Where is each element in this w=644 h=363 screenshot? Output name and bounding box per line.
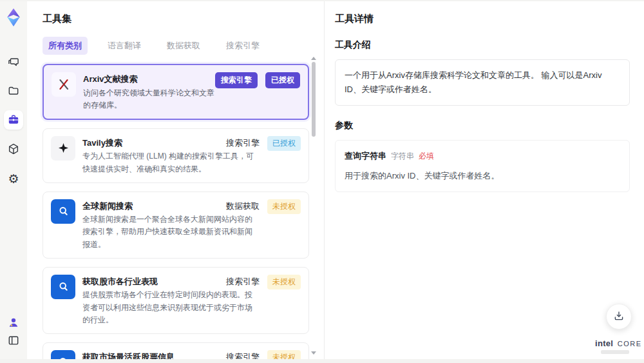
- gear-icon: ⚙: [8, 173, 19, 185]
- package-icon: [7, 142, 20, 155]
- nav-chat[interactable]: [4, 52, 23, 72]
- tool-auth-badge: 已授权: [265, 72, 300, 88]
- nav-settings[interactable]: ⚙: [4, 169, 23, 188]
- tool-auth-badge: 已授权: [267, 136, 301, 151]
- tab-0[interactable]: 所有类别: [43, 37, 88, 55]
- download-button[interactable]: [606, 304, 632, 329]
- nav-files[interactable]: [4, 81, 23, 101]
- tool-description: 访问各个研究领域大量科学论文和文章的存储库。: [83, 87, 216, 112]
- parameter-name: 查询字符串: [345, 149, 386, 163]
- tool-auth-badge: 未授权: [267, 275, 301, 289]
- parameter-required-badge: 必填: [419, 150, 434, 162]
- list-scrollbar[interactable]: [311, 57, 316, 355]
- nav-tools[interactable]: [4, 110, 23, 130]
- news-icon: [51, 275, 75, 299]
- tool-description: 专为人工智能代理 (LLM) 构建的搜索引擎工具，可快速提供实时、准确和真实的结…: [82, 150, 255, 175]
- window-bottom-edge: [0, 359, 644, 363]
- intro-heading: 工具介绍: [335, 39, 630, 51]
- toolbox-icon: [7, 113, 20, 126]
- intro-text: 一个用于从Arxiv存储库搜索科学论文和文章的工具。 输入可以是Arxiv ID…: [345, 70, 601, 94]
- tab-3[interactable]: 搜索引擎: [220, 37, 265, 55]
- category-tabs: 所有类别语言翻译数据获取搜索引擎: [43, 37, 324, 55]
- arxiv-icon: [52, 72, 76, 97]
- tool-category-badge: 搜索引擎: [226, 137, 260, 149]
- parameter-description: 用于搜索的Arxiv ID、关键字或作者姓名。: [345, 169, 620, 183]
- parameter-box: 查询字符串 字符串 必填 用于搜索的Arxiv ID、关键字或作者姓名。: [335, 140, 630, 192]
- tab-1[interactable]: 语言翻译: [102, 37, 147, 55]
- tool-auth-badge: 未授权: [267, 199, 301, 214]
- panel-layout-icon: [7, 334, 20, 347]
- tool-name: Arxiv文献搜索: [83, 73, 216, 86]
- folder-icon: [7, 84, 20, 97]
- tool-category-badge: 数据获取: [226, 201, 260, 212]
- tool-card-0[interactable]: Arxiv文献搜索 访问各个研究领域大量科学论文和文章的存储库。 搜索引擎 已授…: [43, 64, 309, 120]
- tool-card-list: Arxiv文献搜索 访问各个研究领域大量科学论文和文章的存储库。 搜索引擎 已授…: [43, 64, 309, 363]
- nav-plugins[interactable]: [4, 139, 23, 159]
- nav-account[interactable]: [4, 313, 23, 332]
- intel-core-logo: intel CORE: [595, 338, 635, 354]
- chat-icon: [7, 55, 20, 68]
- brand-core: CORE: [618, 340, 642, 348]
- scroll-down-arrow[interactable]: [311, 351, 316, 355]
- tavily-icon: [51, 136, 75, 161]
- brand-intel: intel: [595, 338, 613, 348]
- news-icon: [51, 199, 75, 224]
- tool-card-2[interactable]: 全球新闻搜索 全球新闻搜索是一个聚合全球各大新闻网站内容的搜索引擎，帮助用户快速…: [43, 191, 309, 259]
- tool-card-1[interactable]: Tavily搜索 专为人工智能代理 (LLM) 构建的搜索引擎工具，可快速提供实…: [43, 128, 309, 183]
- page-title: 工具集: [43, 13, 324, 25]
- detail-title: 工具详情: [335, 13, 630, 25]
- params-heading: 参数: [335, 120, 630, 132]
- download-icon: [613, 310, 625, 324]
- tool-description: 提供股票市场各个行业在特定时间段内的表现。投资者可以利用这些信息来识别表现优于或…: [82, 289, 255, 326]
- tool-category-badge: 搜索引擎: [215, 72, 258, 88]
- scroll-up-arrow[interactable]: [311, 57, 316, 60]
- app-logo-icon: [5, 8, 23, 27]
- scrollbar-thumb[interactable]: [312, 62, 316, 137]
- intro-box: 一个用于从Arxiv存储库搜索科学论文和文章的工具。 输入可以是Arxiv ID…: [335, 59, 630, 106]
- tool-list-panel: 工具集 所有类别语言翻译数据获取搜索引擎 Arxiv文献搜索 访问各个研究领域大…: [27, 0, 324, 363]
- user-icon: [7, 316, 20, 329]
- tool-description: 全球新闻搜索是一个聚合全球各大新闻网站内容的搜索引擎，帮助用户快速获取全球最新资…: [82, 213, 255, 251]
- window-top-edge: [0, 0, 644, 1]
- parameter-header: 查询字符串 字符串 必填: [345, 149, 620, 163]
- tool-detail-panel: 工具详情 工具介绍 一个用于从Arxiv存储库搜索科学论文和文章的工具。 输入可…: [325, 0, 644, 363]
- brand-sub-badge: [601, 350, 629, 354]
- tool-card-3[interactable]: 获取股市各行业表现 提供股票市场各个行业在特定时间段内的表现。投资者可以利用这些…: [43, 267, 309, 334]
- left-rail: ⚙: [0, 0, 27, 363]
- tab-2[interactable]: 数据获取: [161, 37, 206, 55]
- nav-collapse-panel[interactable]: [4, 331, 23, 350]
- tool-category-badge: 搜索引擎: [226, 276, 260, 288]
- parameter-type: 字符串: [391, 150, 414, 162]
